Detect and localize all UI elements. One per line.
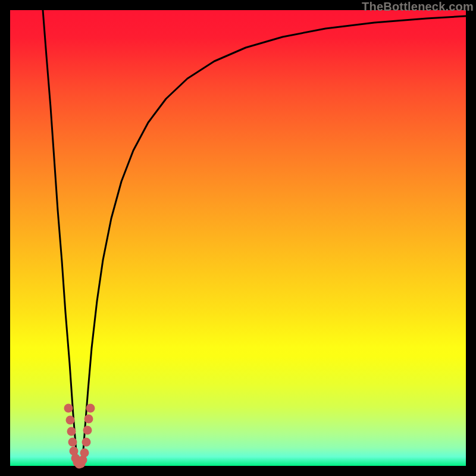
curve-left-branch bbox=[43, 10, 77, 466]
scatter-dot bbox=[67, 427, 76, 436]
plot-area bbox=[10, 10, 466, 466]
scatter-dot bbox=[84, 415, 93, 424]
scatter-dot bbox=[66, 416, 75, 425]
scatter-dot bbox=[68, 438, 77, 447]
scatter-dot bbox=[80, 449, 89, 458]
scatter-dot bbox=[82, 438, 91, 447]
scatter-dot bbox=[83, 426, 92, 435]
chart-svg bbox=[10, 10, 466, 466]
scatter-dot bbox=[64, 404, 73, 413]
watermark-text: TheBottleneck.com bbox=[362, 0, 474, 14]
chart-frame: TheBottleneck.com bbox=[0, 0, 476, 476]
curve-right-branch bbox=[82, 16, 466, 466]
scatter-dot bbox=[86, 404, 95, 413]
